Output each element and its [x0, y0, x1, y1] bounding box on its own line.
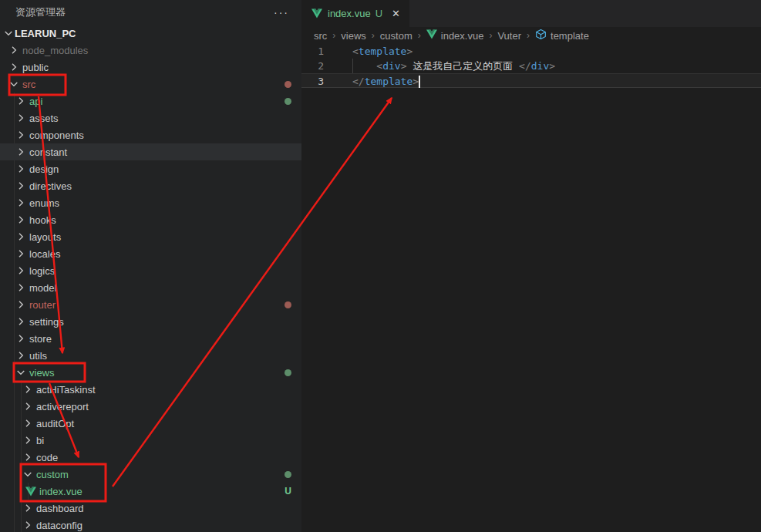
- chevron-right-icon: [8, 44, 20, 56]
- tree-item-label: utils: [29, 350, 47, 362]
- chevron-down-icon: [8, 78, 20, 90]
- tree-item-locales[interactable]: locales: [0, 245, 301, 262]
- breadcrumb-item-Vuter[interactable]: Vuter: [497, 30, 521, 42]
- tree-item-label: code: [36, 452, 58, 463]
- chevron-right-icon: [22, 400, 34, 412]
- git-status-dot: [285, 98, 291, 105]
- tree-item-directives[interactable]: directives: [0, 177, 301, 194]
- tree-item-node_modules[interactable]: node_modules: [0, 42, 301, 59]
- breadcrumb-label: views: [341, 30, 366, 42]
- chevron-right-icon: [22, 502, 34, 514]
- breadcrumb-label: src: [314, 30, 327, 42]
- breadcrumb-item-src[interactable]: src: [314, 30, 327, 42]
- tree-item-label: custom: [36, 469, 69, 480]
- chevron-right-icon: [15, 163, 27, 175]
- breadcrumb-label: template: [551, 30, 589, 42]
- line-number: 3: [301, 74, 337, 87]
- file-tree: node_modulespublicsrcapiassetscomponents…: [0, 42, 301, 532]
- tree-item-logics[interactable]: logics: [0, 262, 301, 279]
- breadcrumb-item-index.vue[interactable]: index.vue: [426, 29, 484, 42]
- tab-index-vue[interactable]: index.vue U ✕: [301, 0, 409, 27]
- indent-guide: [352, 59, 353, 73]
- tree-item-label: logics: [29, 265, 55, 277]
- tree-item-label: enums: [29, 197, 59, 209]
- tree-item-label: constant: [29, 146, 67, 158]
- explorer-header: 资源管理器 ···: [0, 0, 301, 25]
- chevron-right-icon: [22, 383, 34, 396]
- breadcrumb-separator: ›: [489, 30, 492, 41]
- line-number: 2: [301, 59, 337, 73]
- tree-item-bi[interactable]: bi: [0, 432, 301, 449]
- code-line[interactable]: 1<template>: [301, 44, 761, 59]
- breadcrumb-item-views[interactable]: views: [341, 30, 366, 42]
- line-number: 1: [301, 44, 337, 59]
- breadcrumb-separator: ›: [372, 30, 375, 41]
- git-status-dot: [285, 369, 291, 376]
- code-editor[interactable]: 1<template>2 <div> 这是我自己定义的页面 </div>3</t…: [301, 44, 761, 88]
- breadcrumb-item-template[interactable]: template: [535, 29, 589, 42]
- breadcrumb-label: index.vue: [441, 30, 484, 42]
- tree-item-label: router: [29, 299, 56, 311]
- tree-item-label: model: [29, 282, 56, 294]
- tree-item-api[interactable]: api: [0, 93, 301, 109]
- tree-item-label: dashboard: [36, 503, 83, 514]
- tree-item-label: assets: [29, 113, 59, 124]
- tree-item-utils[interactable]: utils: [0, 347, 301, 364]
- git-status-dot: [285, 301, 291, 308]
- tree-item-dataconfig[interactable]: dataconfig: [0, 517, 301, 532]
- code-line[interactable]: 2 <div> 这是我自己定义的页面 </div>: [301, 59, 761, 73]
- chevron-right-icon: [15, 146, 27, 158]
- vue-icon: [311, 8, 323, 20]
- tree-item-code[interactable]: code: [0, 449, 301, 466]
- tree-item-settings[interactable]: settings: [0, 313, 301, 330]
- tree-item-label: layouts: [29, 231, 61, 243]
- tab-git-status-badge: U: [375, 8, 382, 19]
- tree-item-activereport[interactable]: activereport: [0, 398, 301, 415]
- chevron-right-icon: [15, 264, 27, 277]
- tree-item-layouts[interactable]: layouts: [0, 228, 301, 245]
- chevron-right-icon: [15, 332, 27, 345]
- close-icon[interactable]: ✕: [392, 8, 400, 19]
- tree-item-dashboard[interactable]: dashboard: [0, 500, 301, 517]
- chevron-down-icon: [15, 366, 27, 379]
- tree-item-actHiTaskinst[interactable]: actHiTaskinst: [0, 381, 301, 398]
- tree-item-custom[interactable]: custom: [0, 466, 301, 483]
- tree-item-components[interactable]: components: [0, 126, 301, 143]
- tree-root-folder[interactable]: LEARUN_PC: [0, 25, 301, 42]
- tree-item-label: actHiTaskinst: [36, 384, 96, 396]
- chevron-down-icon: [2, 27, 15, 39]
- editor-group: index.vue U ✕ src›views›custom›index.vue…: [301, 0, 761, 532]
- tree-item-index.vue[interactable]: index.vueU: [0, 483, 301, 500]
- tree-item-label: activereport: [36, 401, 89, 412]
- tree-item-design[interactable]: design: [0, 160, 301, 177]
- tree-item-store[interactable]: store: [0, 330, 301, 347]
- code-line[interactable]: 3</template>: [301, 73, 761, 88]
- symbol-namespace-icon: [535, 29, 547, 42]
- tree-item-label: public: [22, 62, 49, 73]
- tree-item-hooks[interactable]: hooks: [0, 211, 301, 228]
- more-actions-icon[interactable]: ···: [274, 8, 289, 16]
- tree-item-constant[interactable]: constant: [0, 143, 301, 160]
- tree-item-src[interactable]: src: [0, 76, 301, 93]
- tree-item-label: components: [29, 130, 84, 141]
- tab-bar: index.vue U ✕: [301, 0, 761, 27]
- tree-item-label: node_modules: [22, 45, 88, 56]
- breadcrumb-label: Vuter: [497, 30, 521, 42]
- chevron-right-icon: [15, 214, 27, 226]
- chevron-right-icon: [15, 112, 27, 124]
- breadcrumb-item-custom[interactable]: custom: [380, 30, 412, 42]
- tree-item-label: locales: [29, 248, 60, 260]
- tree-item-model[interactable]: model: [0, 279, 301, 296]
- chevron-right-icon: [15, 281, 27, 294]
- tree-item-assets[interactable]: assets: [0, 109, 301, 126]
- tree-item-enums[interactable]: enums: [0, 194, 301, 211]
- tree-item-router[interactable]: router: [0, 296, 301, 313]
- tree-item-public[interactable]: public: [0, 59, 301, 76]
- tree-item-label: hooks: [29, 214, 56, 226]
- vue-icon: [426, 29, 437, 42]
- tab-label: index.vue: [328, 8, 371, 19]
- chevron-right-icon: [15, 247, 27, 260]
- tree-item-auditOpt[interactable]: auditOpt: [0, 415, 301, 432]
- chevron-right-icon: [8, 61, 20, 73]
- tree-item-views[interactable]: views: [0, 364, 301, 381]
